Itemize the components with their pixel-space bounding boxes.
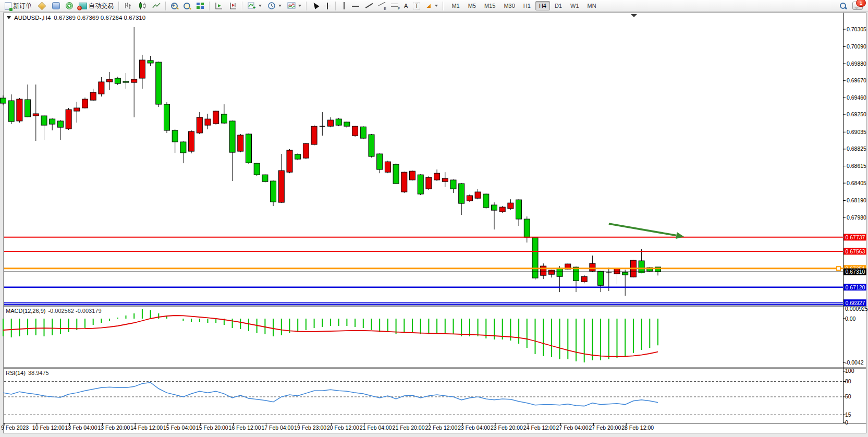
- bear-candle: [41, 116, 47, 125]
- bear-candle: [221, 114, 227, 123]
- text-tool[interactable]: A: [401, 0, 410, 11]
- toolbar-separator: [165, 2, 166, 10]
- bull-candle: [66, 110, 71, 129]
- time-axis-label: 15 Feb 04:00: [163, 424, 195, 431]
- bear-candle: [336, 119, 341, 125]
- timeframe-M5[interactable]: M5: [464, 1, 480, 10]
- timeframe-D1[interactable]: D1: [551, 1, 566, 10]
- macd-name: MACD(12,26,9): [6, 308, 45, 314]
- time-axis-label: 17 Feb 04:00: [261, 424, 294, 431]
- bull-candle: [238, 135, 243, 151]
- bull-candle: [303, 143, 309, 158]
- time-axis-label: 21 Feb 04:00: [360, 424, 392, 431]
- chart-menu-icon[interactable]: [7, 16, 11, 19]
- svg-text:0.68190: 0.68190: [847, 197, 866, 203]
- search-button[interactable]: [837, 0, 849, 11]
- text-label-tool[interactable]: T: [411, 0, 422, 11]
- line-chart-icon: [152, 2, 161, 10]
- toolbar-separator: [306, 2, 307, 10]
- market-button[interactable]: [35, 0, 49, 11]
- horizontal-line-tool[interactable]: [349, 0, 362, 11]
- timeframe-H4[interactable]: H4: [535, 1, 550, 10]
- search-icon: [840, 3, 847, 9]
- clock-icon: [267, 2, 276, 10]
- bear-candle: [262, 175, 268, 181]
- crosshair-tool-button[interactable]: [321, 0, 333, 11]
- periods-button[interactable]: [265, 0, 284, 11]
- time-axis-label: 22 Feb 12:00: [425, 424, 457, 431]
- bear-candle: [524, 219, 530, 237]
- time-axis-label: 23 Feb 04:00: [458, 424, 490, 431]
- auto-trading-button[interactable]: 自动交易: [76, 0, 116, 11]
- chart-canvas[interactable]: 0.703050.700900.698800.696700.694600.692…: [0, 0, 868, 437]
- bull-candle: [99, 82, 104, 94]
- bar-chart-button[interactable]: [121, 0, 135, 11]
- ohlc-values: 0.67369 0.67369 0.67264 0.67310: [54, 15, 145, 21]
- zoom-out-button[interactable]: –: [181, 0, 193, 11]
- indicators-icon: +: [248, 2, 256, 10]
- line-handle[interactable]: [837, 266, 840, 270]
- timeframe-MN[interactable]: MN: [584, 1, 600, 10]
- bull-candle: [475, 192, 481, 198]
- zoom-in-button[interactable]: +: [168, 0, 180, 11]
- svg-text:50: 50: [845, 393, 851, 399]
- bull-candle: [213, 111, 219, 124]
- bull-candle: [590, 263, 595, 271]
- chart-title: AUDUSD-,H4 0.67369 0.67369 0.67264 0.673…: [7, 15, 145, 21]
- channel-icon: [378, 3, 385, 9]
- time-axis-label: 19 Feb 23:00: [294, 424, 326, 431]
- svg-text:0.68405: 0.68405: [847, 180, 866, 186]
- profile-icon: [52, 2, 60, 9]
- templates-button[interactable]: [285, 0, 304, 11]
- time-axis[interactable]: 9 Feb 202310 Feb 12:0013 Feb 04:0013 Feb…: [1, 423, 654, 431]
- timeframe-W1[interactable]: W1: [567, 1, 583, 10]
- notifications-button[interactable]: 1: [852, 2, 863, 10]
- bear-candle: [148, 60, 153, 63]
- signals-button[interactable]: [63, 0, 76, 11]
- profile-button[interactable]: [50, 0, 63, 11]
- bull-candle: [131, 79, 137, 82]
- svg-text:0.69670: 0.69670: [847, 77, 866, 83]
- cursor-tool-button[interactable]: [309, 0, 321, 11]
- chart-window: [4, 13, 866, 433]
- toolbar-separator: [335, 2, 336, 10]
- toolbar-separator: [209, 2, 210, 10]
- horizontal-line-icon: [352, 3, 359, 8]
- auto-scroll-button[interactable]: [212, 0, 226, 11]
- timeframe-M1[interactable]: M1: [448, 1, 463, 10]
- bear-candle: [492, 205, 497, 210]
- text-tool-icon: A: [404, 3, 408, 9]
- svg-text:15: 15: [845, 411, 851, 418]
- tile-windows-button[interactable]: [193, 0, 207, 11]
- bull-candle: [197, 117, 202, 133]
- bear-candle: [639, 261, 644, 273]
- bull-candle: [311, 126, 317, 144]
- bear-candle: [377, 154, 383, 169]
- svg-text:0.00: 0.00: [845, 315, 856, 322]
- notification-badge: 1: [856, 0, 866, 7]
- chart-shift-button[interactable]: [226, 0, 240, 11]
- timeframe-M30[interactable]: M30: [500, 1, 518, 10]
- trendline-tool[interactable]: [362, 0, 375, 11]
- bear-candle: [295, 154, 301, 159]
- bull-candle: [548, 270, 554, 274]
- bull-candle: [90, 92, 96, 100]
- bear-candle: [360, 127, 366, 138]
- svg-text:0.67980: 0.67980: [847, 214, 866, 221]
- line-chart-button[interactable]: [150, 0, 163, 11]
- price-line-label-text: 0.67310: [846, 269, 865, 275]
- timeframe-M15[interactable]: M15: [481, 1, 499, 10]
- auto-scroll-icon: [215, 2, 223, 10]
- fibonacci-tool[interactable]: [388, 0, 401, 11]
- vertical-line-tool[interactable]: [338, 0, 349, 11]
- candlestick-chart-button[interactable]: [136, 0, 149, 11]
- indicators-button[interactable]: +: [245, 0, 264, 11]
- timeframe-H1[interactable]: H1: [520, 1, 534, 10]
- bull-candle: [74, 108, 80, 111]
- bar-chart-icon: [124, 2, 132, 10]
- new-order-button[interactable]: 新订单: [2, 0, 34, 11]
- main-toolbar: 新订单 自动交易 + –: [0, 0, 868, 12]
- bear-candle: [271, 181, 276, 202]
- equidistant-channel-tool[interactable]: [375, 0, 388, 11]
- arrows-tool[interactable]: [423, 0, 441, 11]
